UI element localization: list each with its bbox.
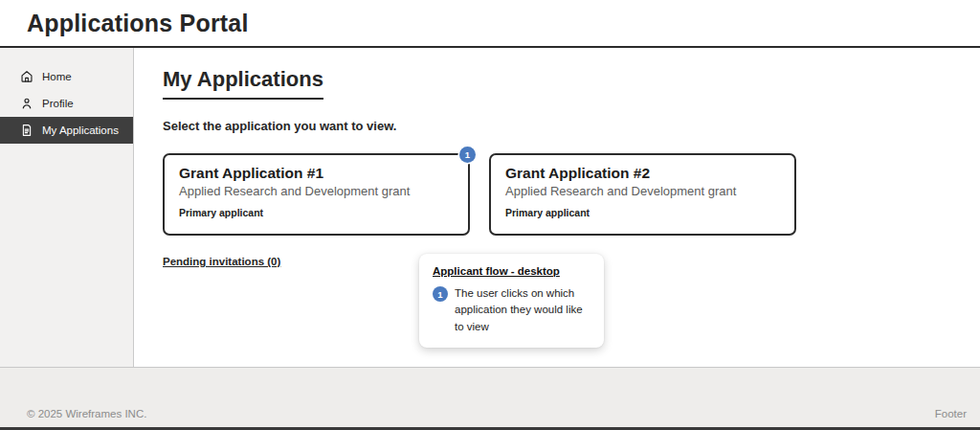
annotation-title: Applicant flow - desktop (433, 265, 591, 277)
sidebar-item-label: Home (42, 71, 72, 82)
card-title: Grant Application #2 (505, 165, 780, 182)
sidebar-item-label: Profile (42, 98, 74, 109)
document-icon (20, 124, 33, 137)
sidebar-item-profile[interactable]: Profile (0, 90, 133, 117)
annotation-step-badge: 1 (459, 147, 476, 163)
page-subtitle: Select the application you want to view. (163, 119, 980, 133)
application-cards: 1 Grant Application #1 Applied Research … (163, 153, 980, 236)
card-description: Applied Research and Development grant (179, 184, 454, 198)
page-footer: © 2025 Wireframes INC. Footer (0, 367, 980, 430)
card-role: Primary applicant (505, 207, 780, 218)
app-header: Applications Portal (0, 0, 980, 48)
card-description: Applied Research and Development grant (505, 184, 780, 198)
sidebar-item-label: My Applications (42, 124, 119, 136)
grant-application-card-1[interactable]: 1 Grant Application #1 Applied Research … (163, 153, 470, 236)
main-content: My Applications Select the application y… (134, 48, 980, 367)
annotation-step: 1 The user clicks on which application t… (433, 285, 591, 335)
sidebar-item-my-applications[interactable]: My Applications (0, 117, 133, 144)
home-icon (20, 70, 33, 83)
person-icon (20, 97, 33, 110)
annotation-note: Applicant flow - desktop 1 The user clic… (419, 254, 604, 348)
app-title: Applications Portal (27, 10, 249, 37)
page-body: Home Profile My Applicat (0, 48, 980, 367)
step-number-badge: 1 (433, 286, 448, 302)
annotation-text: The user clicks on which application the… (455, 285, 591, 335)
page-title: My Applications (163, 67, 323, 100)
card-title: Grant Application #1 (179, 165, 454, 182)
card-role: Primary applicant (179, 207, 454, 218)
grant-application-card-2[interactable]: Grant Application #2 Applied Research an… (489, 153, 796, 236)
pending-invitations-link[interactable]: Pending invitations (0) (163, 256, 280, 267)
footer-label: Footer (935, 408, 967, 419)
sidebar: Home Profile My Applicat (0, 48, 134, 367)
footer-copyright: © 2025 Wireframes INC. (27, 408, 146, 419)
sidebar-item-home[interactable]: Home (0, 63, 133, 90)
applications-portal-page: Applications Portal Home (0, 0, 980, 430)
